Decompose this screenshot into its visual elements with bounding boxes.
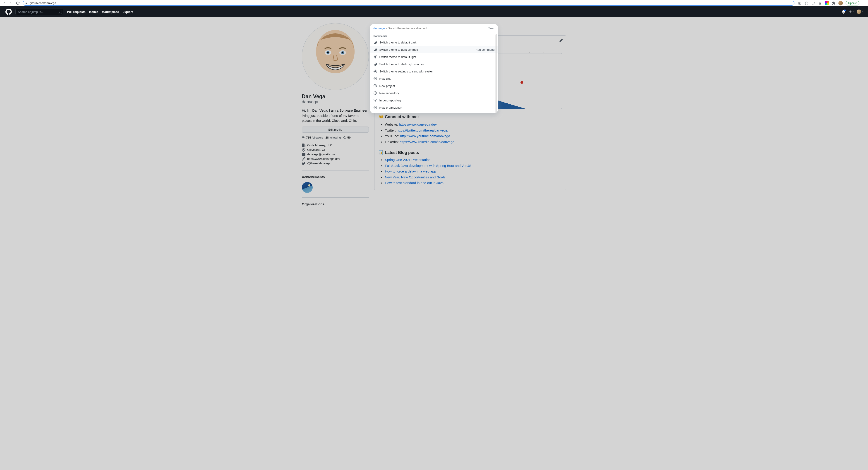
palette-section-label: Commands (370, 32, 498, 39)
palette-item[interactable]: Switch theme settings to sync with syste… (370, 68, 498, 75)
handshake-emoji: 🤝 (378, 114, 383, 119)
palette-item[interactable]: Switch theme to default light (370, 53, 498, 60)
extension-color-icon[interactable] (825, 1, 829, 5)
palette-item[interactable]: New project (370, 82, 498, 89)
email-text[interactable]: danvega@gmail.com (307, 153, 335, 156)
extension-frame-icon[interactable] (811, 1, 815, 5)
palette-input[interactable] (388, 27, 486, 30)
palette-item-label: Switch theme to default light (379, 55, 416, 59)
palette-item[interactable]: Switch theme to dark high contrast (370, 60, 498, 68)
github-logo-icon[interactable] (5, 9, 12, 15)
link-icon (302, 157, 305, 161)
edit-readme-icon[interactable] (559, 39, 563, 42)
nav-pull-requests[interactable]: Pull requests (67, 10, 86, 13)
palette-item-label: Switch theme settings to sync with syste… (379, 70, 434, 73)
location-text: Cleveland, OH (307, 148, 327, 152)
list-item: Website: https://www.danvega.dev (385, 122, 562, 127)
install-icon[interactable] (798, 1, 802, 5)
palette-item-label: Switch theme to default dark (379, 41, 416, 44)
address-bar[interactable]: github.com/danvega (23, 1, 795, 6)
profile-avatar[interactable] (302, 23, 369, 90)
sun-icon (374, 55, 377, 59)
website-text[interactable]: https://www.danvega.dev (307, 157, 340, 160)
palette-item[interactable]: Import repository (370, 97, 498, 104)
connect-list: Website: https://www.danvega.dev Twitter… (378, 122, 562, 145)
profile-avatar-icon[interactable] (838, 1, 843, 5)
blog-link[interactable]: How to test standard in and out in Java (385, 181, 443, 185)
org-text: Code Monkey, LLC (307, 144, 332, 147)
blog-link[interactable]: New Year, New Opportunities and Goals (385, 175, 445, 179)
nav-explore[interactable]: Explore (122, 10, 133, 13)
svg-point-10 (328, 52, 329, 53)
email-icon (302, 153, 305, 156)
star-icon (343, 136, 347, 139)
slash-key-icon: / (58, 10, 62, 14)
command-palette: danvega > Clear Commands Switch theme to… (370, 24, 498, 113)
blog-link[interactable]: Spring One 2021 Presentation (385, 158, 431, 162)
connect-link[interactable]: https://www.danvega.dev (399, 123, 437, 126)
star-icon[interactable] (804, 1, 808, 5)
connect-link[interactable]: https://twitter.com/therealdanvega (397, 128, 447, 132)
github-nav: Pull requests Issues Marketplace Explore (67, 10, 133, 13)
github-header: Search or jump to... / Pull requests Iss… (0, 6, 868, 17)
achievement-badge-icon[interactable] (302, 182, 313, 193)
plus-icon (374, 77, 377, 81)
connect-link[interactable]: https://www.linkedin.com/in/danvega (400, 140, 454, 144)
update-button[interactable]: Update (845, 1, 859, 5)
profile-login: danvega (302, 99, 369, 104)
moon-icon (374, 62, 377, 66)
palette-item[interactable]: New organization (370, 104, 498, 111)
palette-item[interactable]: New gist (370, 75, 498, 82)
blog-list: Spring One 2021 Presentation Full Stack … (378, 157, 562, 186)
svg-rect-0 (799, 2, 801, 4)
run-hint: Run command (475, 48, 495, 52)
palette-item-label: Import repository (379, 99, 402, 102)
menu-icon[interactable]: ⋮ (862, 1, 866, 5)
palette-item[interactable]: Switch theme to default dark (370, 39, 498, 46)
palette-item-label: New gist (379, 77, 391, 81)
list-item: Twitter: https://twitter.com/therealdanv… (385, 127, 562, 133)
memo-emoji: 📝 (378, 150, 383, 155)
sun-icon (374, 69, 377, 73)
edit-profile-button[interactable]: Edit profile (302, 127, 369, 133)
user-menu[interactable]: ▾ (857, 9, 863, 14)
stars-count[interactable]: 50 (347, 136, 350, 139)
palette-item[interactable]: Switch theme to dark dimmedRun command (370, 46, 498, 53)
scrollbar[interactable] (496, 34, 497, 113)
followers-label: followers (312, 136, 323, 139)
create-menu[interactable]: ▾ (848, 10, 854, 13)
svg-rect-4 (812, 2, 814, 4)
github-search[interactable]: Search or jump to... / (16, 9, 63, 15)
followers-count[interactable]: 785 (306, 136, 311, 139)
palette-item-label: Switch theme to dark dimmed (379, 48, 418, 52)
blog-title: 📝Latest Blog posts (378, 150, 562, 155)
extensions-icon[interactable] (832, 1, 836, 5)
list-item: New Year, New Opportunities and Goals (385, 174, 562, 180)
palette-item[interactable]: New repository (370, 89, 498, 97)
blog-link[interactable]: Full Stack Java development with Spring … (385, 164, 471, 167)
search-placeholder: Search or jump to... (18, 10, 43, 13)
extension-notion-icon[interactable] (818, 1, 822, 5)
notifications-icon[interactable] (842, 10, 845, 13)
reload-button[interactable] (16, 1, 20, 5)
palette-scope[interactable]: danvega (374, 27, 385, 30)
twitter-icon (302, 162, 305, 165)
list-item: Full Stack Java development with Spring … (385, 163, 562, 169)
nav-marketplace[interactable]: Marketplace (102, 10, 119, 13)
connect-link[interactable]: http://www.youtube.com/danvega (400, 134, 450, 138)
following-label: following (330, 136, 341, 139)
back-button[interactable] (2, 1, 6, 5)
nav-issues[interactable]: Issues (89, 10, 98, 13)
list-item: How to force a delay in a web app (385, 168, 562, 174)
forward-button[interactable] (9, 1, 13, 5)
palette-clear-button[interactable]: Clear (488, 27, 494, 30)
location-icon (302, 148, 305, 152)
palette-item-label: New project (379, 84, 395, 88)
user-avatar-icon (857, 9, 861, 14)
twitter-text[interactable]: @therealdanvega (307, 162, 331, 165)
lock-icon (25, 2, 28, 4)
blog-link[interactable]: How to force a delay in a web app (385, 169, 436, 173)
following-count[interactable]: 28 (326, 136, 329, 139)
plus-icon (374, 84, 377, 88)
people-icon (302, 136, 305, 139)
